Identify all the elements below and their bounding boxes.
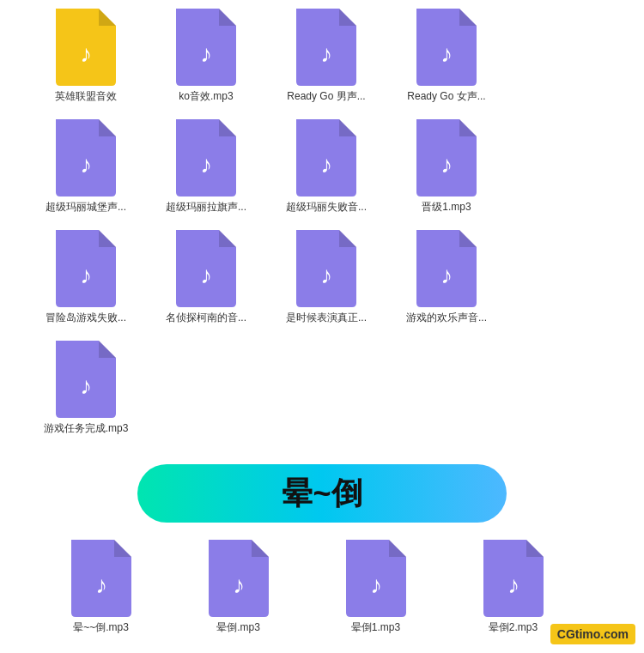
- svg-text:♪: ♪: [80, 372, 92, 399]
- svg-text:♪: ♪: [200, 151, 212, 178]
- file-label: ko音效.mp3: [179, 89, 233, 104]
- file-item-conan[interactable]: ♪ 名侦探柯南的音...: [146, 230, 266, 325]
- file-item-ready-male[interactable]: ♪ Ready Go 男声...: [266, 9, 386, 104]
- file-icon-purple: ♪: [292, 9, 361, 86]
- file-item-mission-complete[interactable]: ♪ 游戏任务完成.mp3: [26, 341, 146, 436]
- file-icon-purple: ♪: [52, 341, 120, 418]
- svg-text:♪: ♪: [80, 40, 92, 67]
- svg-text:♪: ♪: [233, 571, 245, 598]
- file-item-dizzy3[interactable]: ♪ 晕倒1.mp3: [309, 540, 442, 635]
- file-item-ko[interactable]: ♪ ko音效.mp3: [146, 9, 266, 104]
- svg-text:♪: ♪: [370, 571, 382, 598]
- svg-text:♪: ♪: [440, 262, 453, 288]
- file-icon-purple: ♪: [52, 119, 120, 197]
- svg-text:♪: ♪: [320, 40, 332, 67]
- top-grid-section: ♪ 英雄联盟音效 ♪ ko音效.mp3 ♪ Ready Go 男声...: [0, 0, 644, 451]
- file-item-upgrade[interactable]: ♪ 晋级1.mp3: [386, 119, 507, 215]
- file-label: 游戏的欢乐声音...: [406, 311, 487, 325]
- file-icon-purple: ♪: [52, 230, 120, 307]
- file-label: 晕倒.mp3: [216, 620, 260, 635]
- file-item-mario-castle[interactable]: ♪ 超级玛丽城堡声...: [26, 119, 146, 215]
- svg-text:♪: ♪: [320, 151, 332, 178]
- file-item-game-happy[interactable]: ♪ 游戏的欢乐声音...: [386, 230, 507, 325]
- file-item-dizzy1[interactable]: ♪ 晕~~倒.mp3: [34, 540, 167, 635]
- file-item-adventure-fail[interactable]: ♪ 冒险岛游戏失败...: [26, 230, 146, 325]
- dizzy-button[interactable]: 晕~倒: [137, 464, 507, 523]
- file-label: 名侦探柯南的音...: [166, 311, 246, 325]
- file-icon-purple: ♪: [172, 119, 240, 197]
- file-label: 是时候表演真正...: [286, 311, 367, 325]
- file-label: 超级玛丽失败音...: [286, 200, 367, 215]
- file-icon-purple: ♪: [342, 540, 410, 617]
- file-icon-yellow: ♪: [52, 9, 120, 86]
- file-item-dizzy4[interactable]: ♪ 晕倒2.mp3: [447, 540, 580, 635]
- file-label: 晕~~倒.mp3: [73, 620, 129, 635]
- file-label: Ready Go 男声...: [287, 89, 365, 104]
- svg-text:♪: ♪: [320, 262, 332, 288]
- svg-text:♪: ♪: [200, 40, 212, 67]
- file-label: Ready Go 女声...: [407, 89, 485, 104]
- file-label: 超级玛丽拉旗声...: [166, 200, 246, 215]
- watermark: CGtimo.com: [550, 624, 635, 644]
- file-icon-purple: ♪: [292, 230, 361, 307]
- file-icon-purple: ♪: [412, 9, 481, 86]
- file-item-dizzy2[interactable]: ♪ 晕倒.mp3: [172, 540, 305, 635]
- file-icon-purple: ♪: [412, 119, 481, 197]
- file-item-ready-female[interactable]: ♪ Ready Go 女声...: [386, 9, 507, 104]
- file-label: 游戏任务完成.mp3: [44, 421, 129, 436]
- file-item-show[interactable]: ♪ 是时候表演真正...: [266, 230, 386, 325]
- file-label: 晕倒2.mp3: [489, 620, 538, 635]
- svg-text:♪: ♪: [80, 151, 92, 178]
- file-label: 晕倒1.mp3: [351, 620, 400, 635]
- svg-text:♪: ♪: [200, 262, 212, 288]
- file-item-mario-fail[interactable]: ♪ 超级玛丽失败音...: [266, 119, 386, 215]
- file-icon-purple: ♪: [204, 540, 273, 617]
- svg-text:♪: ♪: [80, 262, 92, 288]
- file-icon-purple: ♪: [172, 9, 240, 86]
- file-icon-purple: ♪: [67, 540, 136, 617]
- dizzy-files-section: ♪ 晕~~倒.mp3 ♪ 晕倒.mp3 ♪ 晕倒1.mp3: [0, 535, 644, 646]
- file-item-mario-flag[interactable]: ♪ 超级玛丽拉旗声...: [146, 119, 266, 215]
- file-label: 超级玛丽城堡声...: [46, 200, 126, 215]
- svg-text:♪: ♪: [95, 571, 107, 598]
- file-icon-purple: ♪: [292, 119, 361, 197]
- file-icon-purple: ♪: [479, 540, 548, 617]
- file-label: 晋级1.mp3: [422, 200, 471, 215]
- file-icon-purple: ♪: [412, 230, 481, 307]
- svg-text:♪: ♪: [440, 151, 453, 178]
- file-label: 冒险岛游戏失败...: [46, 311, 126, 325]
- file-icon-purple: ♪: [172, 230, 240, 307]
- file-item-yingxiong[interactable]: ♪ 英雄联盟音效: [26, 9, 146, 104]
- svg-text:♪: ♪: [440, 40, 453, 67]
- svg-text:♪: ♪: [507, 571, 519, 598]
- file-label: 英雄联盟音效: [55, 89, 117, 104]
